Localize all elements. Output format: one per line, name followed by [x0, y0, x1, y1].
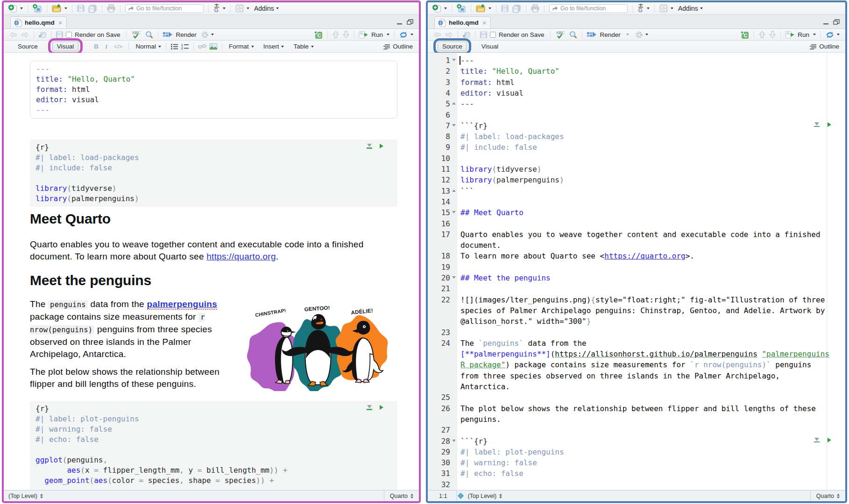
link-button[interactable]: [197, 42, 208, 52]
source-mode-button[interactable]: Source: [438, 42, 467, 51]
source-row-chunk[interactable]: 12library(palmerpenguins): [428, 175, 845, 185]
run-chunk-icon[interactable]: [380, 405, 383, 410]
version-control-dropdown-caret[interactable]: [223, 7, 226, 9]
source-row[interactable]: 4editor: visual: [428, 88, 845, 98]
insert-menu[interactable]: Insert: [263, 43, 279, 50]
image-button[interactable]: [208, 42, 219, 52]
print-button[interactable]: [105, 3, 117, 14]
fold-marker-icon[interactable]: [452, 124, 456, 126]
version-control-button[interactable]: G: [212, 3, 222, 14]
source-row[interactable]: species of Palmer Archipelago penguins: …: [428, 305, 845, 316]
code-button[interactable]: </>: [114, 43, 122, 50]
source-row[interactable]: 1---: [428, 55, 845, 66]
goto-file-input[interactable]: Go to file/function: [125, 4, 204, 13]
render-icon[interactable]: [161, 29, 174, 40]
open-file-button[interactable]: [50, 3, 64, 14]
run-icon[interactable]: [357, 29, 370, 40]
bold-button[interactable]: B: [94, 43, 99, 50]
print-button[interactable]: [529, 3, 541, 14]
source-row[interactable]: @allison_horst." width="300"}: [428, 316, 845, 327]
spellcheck-button[interactable]: ABC: [129, 29, 143, 40]
language-mode-selector[interactable]: Quarto: [384, 490, 419, 501]
new-file-button[interactable]: [431, 3, 443, 14]
render-button[interactable]: Render: [176, 31, 197, 38]
rerun-button[interactable]: [397, 29, 410, 40]
render-icon[interactable]: [585, 29, 598, 40]
rerun-dropdown-caret[interactable]: [837, 34, 840, 35]
back-button[interactable]: [7, 29, 19, 40]
run-chunk-icon[interactable]: [828, 122, 831, 127]
table-menu[interactable]: Table: [293, 43, 308, 50]
spellcheck-button[interactable]: ABC: [553, 29, 567, 40]
fold-marker-icon[interactable]: [452, 59, 456, 61]
source-row-chunk[interactable]: 32: [428, 479, 845, 490]
visual-mode-button[interactable]: Visual: [52, 42, 79, 51]
source-row-chunk[interactable]: 7```{r}: [428, 120, 845, 131]
source-row[interactable]: 3format: html: [428, 77, 845, 88]
paragraph-style-caret[interactable]: [158, 46, 161, 48]
render-gear-dropdown-caret[interactable]: [211, 34, 214, 35]
source-row[interactable]: 25: [428, 392, 845, 403]
source-mode-button[interactable]: Source: [14, 42, 42, 51]
source-row[interactable]: [**palmerpenguins**](https://allisonhors…: [428, 349, 845, 359]
open-file-button[interactable]: [474, 3, 488, 14]
fold-marker-icon[interactable]: [452, 211, 456, 213]
addins-dropdown-caret[interactable]: [276, 7, 279, 9]
new-file-button[interactable]: [7, 3, 19, 14]
source-row-chunk[interactable]: 13```: [428, 186, 845, 196]
new-file-dropdown-caret[interactable]: [444, 7, 447, 9]
source-row-chunk[interactable]: 8#| label: load-packages: [428, 131, 845, 142]
run-button[interactable]: Run: [371, 31, 383, 38]
open-in-new-window-button[interactable]: [37, 29, 48, 40]
scope-selector[interactable]: (Top Level): [8, 493, 43, 499]
bullet-list-button[interactable]: [169, 42, 180, 52]
open-recent-dropdown-caret[interactable]: [488, 7, 491, 9]
tab-hello-qmd[interactable]: hello.qmd ×: [434, 16, 491, 28]
table-menu-caret[interactable]: [311, 46, 314, 48]
italic-button[interactable]: I: [105, 43, 107, 50]
new-project-button[interactable]: R: [455, 3, 468, 14]
forward-button[interactable]: [19, 29, 31, 40]
source-row[interactable]: document.: [428, 240, 845, 251]
editor-content[interactable]: ---title: "Hello, Quarto"format: htmledi…: [4, 53, 419, 490]
version-control-dropdown-caret[interactable]: [647, 7, 650, 9]
code-chunk-load-packages[interactable]: {r}#| label: load-packages#| include: fa…: [30, 140, 397, 207]
editor-content[interactable]: 1---2title: "Hello, Quarto"3format: html…: [428, 53, 845, 490]
code-chunk-plot-penguins[interactable]: {r}#| label: plot-penguins#| warning: fa…: [30, 401, 397, 490]
addins-menu[interactable]: Addins: [678, 5, 698, 12]
run-chunk-icon[interactable]: [380, 144, 383, 148]
source-row[interactable]: 20## Meet the penguins: [428, 273, 845, 283]
run-chunk-icon[interactable]: [828, 438, 831, 442]
fold-marker-icon[interactable]: [452, 189, 456, 192]
source-row-chunk[interactable]: 29#| label: plot-penguins: [428, 447, 845, 457]
run-button[interactable]: Run: [798, 31, 809, 38]
run-all-chunks-above-icon[interactable]: [367, 405, 372, 410]
render-on-save-checkbox[interactable]: [490, 32, 496, 38]
save-all-button[interactable]: [86, 3, 99, 14]
palmerpenguins-link[interactable]: palmerpenguins: [147, 299, 218, 310]
tab-close-icon[interactable]: ×: [58, 19, 63, 26]
source-row[interactable]: 15## Meet Quarto: [428, 207, 845, 218]
numbered-list-button[interactable]: 1 2: [180, 42, 191, 52]
rerun-button[interactable]: [824, 29, 836, 40]
source-row[interactable]: 5---: [428, 98, 845, 109]
addins-dropdown-caret[interactable]: [700, 7, 703, 9]
minimize-icon[interactable]: [823, 20, 829, 25]
insert-chunk-button[interactable]: C: [312, 29, 325, 40]
panes-dropdown-caret[interactable]: [671, 7, 673, 9]
source-row-chunk[interactable]: 10: [428, 153, 845, 164]
source-row[interactable]: R package") package contains size measur…: [428, 359, 845, 370]
previous-chunk-button[interactable]: [757, 29, 767, 40]
outline-toggle[interactable]: Outline: [809, 43, 841, 50]
save-doc-button[interactable]: [478, 29, 489, 40]
insert-chunk-button[interactable]: C: [738, 29, 751, 40]
save-button[interactable]: [75, 3, 86, 14]
source-row[interactable]: from three species observed on three isl…: [428, 371, 845, 381]
previous-chunk-button[interactable]: [331, 29, 341, 40]
quarto-org-link[interactable]: https://quarto.org: [206, 252, 276, 261]
save-button[interactable]: [499, 3, 510, 14]
run-all-chunks-above-icon[interactable]: [367, 144, 372, 149]
source-row[interactable]: 14: [428, 196, 845, 207]
source-row-chunk[interactable]: 31#| echo: false: [428, 468, 845, 479]
fold-marker-icon[interactable]: [452, 440, 456, 442]
